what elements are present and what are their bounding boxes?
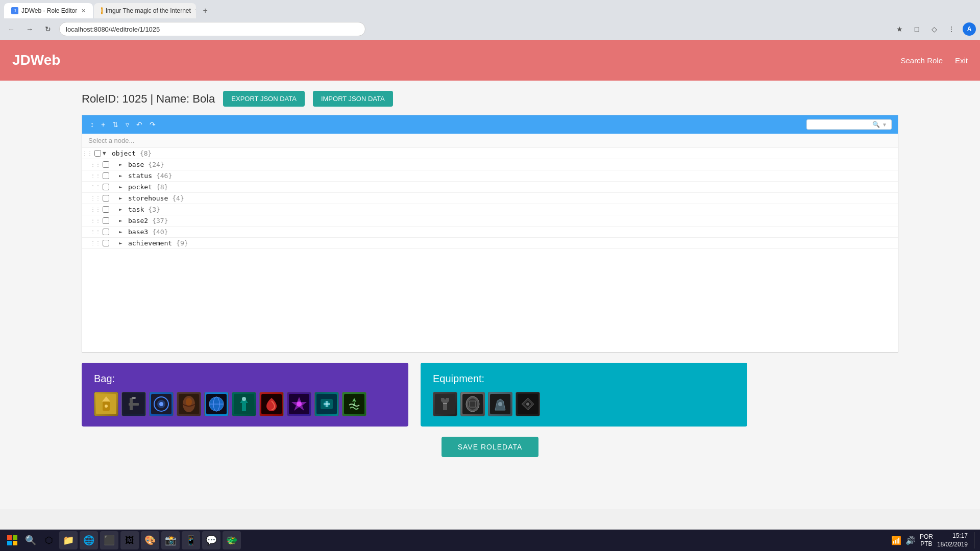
tree-row-base2[interactable]: ⋮⋮ ► base2 {37} — [82, 215, 898, 227]
tree-toggle-base2[interactable]: ► — [119, 217, 126, 224]
taskview-button[interactable]: ⬡ — [41, 532, 57, 548]
taskbar-app9[interactable]: 🐲 — [223, 531, 241, 549]
tree-checkbox-achievement[interactable] — [101, 240, 111, 246]
tree-toggle-status[interactable]: ► — [119, 172, 126, 179]
bag-item-7[interactable] — [259, 392, 284, 416]
bag-item-3[interactable] — [149, 392, 174, 416]
tree-toggle-base[interactable]: ► — [119, 161, 126, 168]
toolbar-redo-btn[interactable]: ↷ — [148, 119, 158, 130]
tree-checkbox-base2[interactable] — [101, 217, 111, 224]
tree-checkbox-base[interactable] — [101, 161, 111, 168]
bookmark-button[interactable]: ★ — [893, 23, 905, 35]
taskbar: 🔍 ⬡ 📁 🌐 ⬛ 🖼 🎨 📸 📱 💬 🐲 📶 🔊 POR PTB 15:17 … — [0, 530, 980, 551]
reload-button[interactable]: ↻ — [41, 22, 55, 36]
bag-item-9[interactable] — [314, 392, 339, 416]
search-taskbar-button[interactable]: 🔍 — [22, 532, 39, 548]
search-role-link[interactable]: Search Role — [900, 56, 943, 65]
tab-close-2[interactable]: ✕ — [195, 8, 196, 14]
drag-handle[interactable]: ⋮⋮ — [90, 162, 101, 167]
export-json-button[interactable]: EXPORT JSON DATA — [223, 91, 305, 107]
bag-item-6[interactable] — [232, 392, 256, 416]
tree-checkbox-pocket[interactable] — [101, 184, 111, 190]
tree-row-base3[interactable]: ⋮⋮ ► base3 {40} — [82, 227, 898, 238]
tree-checkbox-storehouse[interactable] — [101, 195, 111, 202]
tab-close-1[interactable]: ✕ — [81, 8, 86, 14]
drag-handle[interactable]: ⋮⋮ — [90, 218, 101, 223]
drag-handle[interactable]: ⋮⋮ — [82, 151, 92, 156]
taskbar-app7[interactable]: 📱 — [182, 531, 200, 549]
tree-checkbox-root[interactable] — [92, 150, 103, 157]
forward-button[interactable]: → — [22, 22, 37, 36]
tree-row-base[interactable]: ⋮⋮ ► base {24} — [82, 159, 898, 170]
toolbar-undo-btn[interactable]: ↶ — [134, 119, 144, 130]
drag-handle[interactable]: ⋮⋮ — [90, 195, 101, 201]
tree-row-status[interactable]: ⋮⋮ ► status {46} — [82, 170, 898, 182]
bag-item-2[interactable] — [121, 392, 146, 416]
taskbar-app4[interactable]: 🖼 — [120, 531, 139, 549]
node-tree[interactable]: ⋮⋮ ▼ object {8} ⋮⋮ ► base {24} — [82, 148, 898, 352]
network-icon[interactable]: 📶 — [891, 536, 901, 545]
save-roledata-button[interactable]: SAVE ROLEDATA — [442, 437, 539, 457]
screenshot-button[interactable]: □ — [911, 23, 923, 35]
taskbar-chrome[interactable]: 🌐 — [80, 531, 98, 549]
toolbar-filter-btn[interactable]: ▿ — [124, 119, 131, 130]
import-json-button[interactable]: IMPORT JSON DATA — [313, 91, 393, 107]
bag-item-grid — [94, 392, 396, 416]
bag-title: Bag: — [94, 373, 396, 385]
tree-row-pocket[interactable]: ⋮⋮ ► pocket {8} — [82, 182, 898, 193]
tree-toggle-achievement[interactable]: ► — [119, 240, 126, 246]
drag-handle[interactable]: ⋮⋮ — [90, 229, 101, 235]
menu-button[interactable]: ⋮ — [945, 23, 958, 35]
taskbar-app8[interactable]: 💬 — [202, 531, 220, 549]
drag-handle[interactable]: ⋮⋮ — [90, 184, 101, 190]
user-avatar[interactable]: A — [963, 22, 976, 36]
equip-item-2[interactable] — [460, 392, 485, 416]
equip-item-1[interactable] — [433, 392, 457, 416]
bag-item-8[interactable] — [287, 392, 311, 416]
tree-count-task: {3} — [148, 206, 160, 213]
bag-item-4[interactable] — [177, 392, 201, 416]
url-bar[interactable]: localhost:8080/#/editrole/1/1025 — [59, 22, 365, 36]
taskbar-app5[interactable]: 🎨 — [141, 531, 159, 549]
tree-checkbox-status[interactable] — [101, 172, 111, 179]
toolbar-add-btn[interactable]: + — [99, 119, 107, 130]
drag-handle[interactable]: ⋮⋮ — [90, 240, 101, 246]
bag-item-5[interactable] — [204, 392, 229, 416]
bag-item-10[interactable] — [342, 392, 366, 416]
extension-button[interactable]: ◇ — [928, 23, 940, 35]
search-input[interactable] — [811, 121, 872, 128]
tree-row-storehouse[interactable]: ⋮⋮ ► storehouse {4} — [82, 193, 898, 204]
tree-toggle-task[interactable]: ► — [119, 206, 126, 213]
taskbar-app6[interactable]: 📸 — [161, 531, 180, 549]
sound-icon[interactable]: 🔊 — [905, 536, 916, 545]
tree-label-storehouse: storehouse — [128, 194, 168, 202]
tree-toggle-base3[interactable]: ► — [119, 229, 126, 235]
bag-item-1[interactable] — [94, 392, 118, 416]
dropdown-icon[interactable]: ▼ — [882, 122, 887, 128]
toolbar-move-btn[interactable]: ↕ — [88, 119, 96, 130]
drag-handle[interactable]: ⋮⋮ — [90, 173, 101, 179]
new-tab-button[interactable]: + — [199, 5, 211, 17]
start-button[interactable] — [4, 532, 20, 548]
exit-link[interactable]: Exit — [955, 56, 968, 65]
tree-row-achievement[interactable]: ⋮⋮ ► achievement {9} — [82, 238, 898, 249]
toolbar-sort-btn[interactable]: ⇅ — [110, 119, 120, 130]
taskbar-app3[interactable]: ⬛ — [100, 531, 118, 549]
tab-2[interactable]: I Imgur The magic of the Internet ✕ — [94, 3, 196, 18]
tree-checkbox-base3[interactable] — [101, 229, 111, 235]
tree-row-task[interactable]: ⋮⋮ ► task {3} — [82, 204, 898, 215]
tree-row-root[interactable]: ⋮⋮ ▼ object {8} — [82, 148, 898, 159]
equipment-item-grid — [433, 392, 735, 416]
drag-handle[interactable]: ⋮⋮ — [90, 207, 101, 212]
show-desktop-button[interactable] — [974, 532, 976, 548]
tree-toggle-storehouse[interactable]: ► — [119, 195, 126, 202]
taskbar-explorer[interactable]: 📁 — [59, 531, 78, 549]
equip-item-3[interactable] — [488, 392, 512, 416]
tree-checkbox-task[interactable] — [101, 206, 111, 213]
tree-label-base3: base3 — [128, 228, 148, 236]
equip-item-4[interactable] — [516, 392, 540, 416]
tab-active[interactable]: J JDWeb - Role Editor ✕ — [4, 3, 93, 18]
back-button[interactable]: ← — [4, 22, 18, 36]
tree-toggle-pocket[interactable]: ► — [119, 184, 126, 190]
tree-toggle-root[interactable]: ▼ — [103, 150, 110, 157]
